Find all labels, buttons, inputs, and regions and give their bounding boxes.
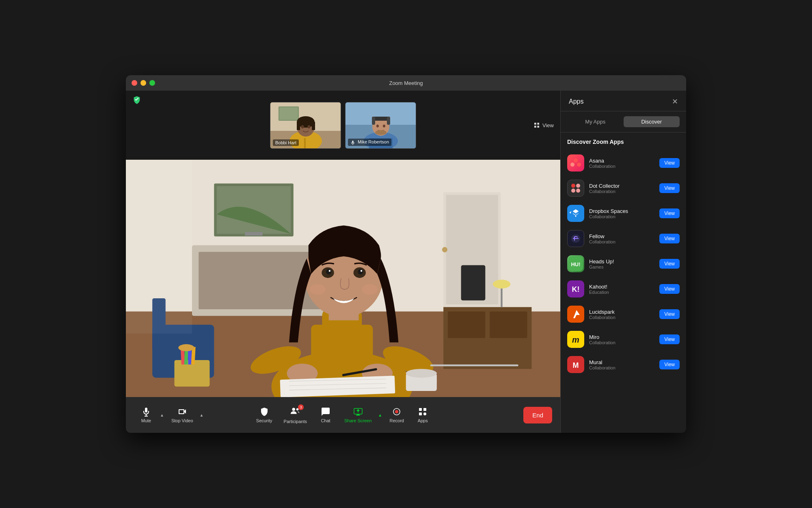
share-screen-label: Share Screen <box>344 418 371 423</box>
apps-button[interactable]: Apps <box>410 404 435 426</box>
svg-point-23 <box>375 130 387 135</box>
security-button[interactable]: Security <box>251 404 277 426</box>
apps-header: Apps ✕ <box>561 91 686 111</box>
svg-rect-44 <box>490 311 527 338</box>
dropbox-view-button[interactable]: View <box>659 208 680 218</box>
headsup-icon: HU! <box>567 255 584 272</box>
svg-point-73 <box>310 284 326 295</box>
svg-point-41 <box>442 247 447 252</box>
kahoot-category: Education <box>589 290 654 295</box>
svg-rect-8 <box>297 122 300 130</box>
lucidspark-view-button[interactable]: View <box>659 309 680 319</box>
svg-point-98 <box>577 163 581 167</box>
kahoot-view-button[interactable]: View <box>659 284 680 294</box>
svg-rect-89 <box>357 414 359 415</box>
svg-rect-93 <box>419 408 422 411</box>
titlebar: Zoom Meeting <box>126 75 686 91</box>
video-area: Bobbi Hart <box>126 91 560 433</box>
record-label: Record <box>389 418 404 423</box>
thumbnail-mike-robertson-label: Mike Robertson <box>348 139 391 145</box>
minimize-button[interactable] <box>140 80 146 86</box>
view-button[interactable]: View <box>533 122 554 128</box>
list-item: Dot Collector Collaboration View <box>561 176 686 201</box>
svg-point-102 <box>576 189 580 193</box>
svg-point-96 <box>574 158 578 163</box>
stop-video-label: Stop Video <box>171 418 193 423</box>
dot-collector-icon <box>567 180 584 197</box>
svg-point-101 <box>571 189 575 193</box>
share-screen-arrow[interactable]: ▲ <box>377 411 383 419</box>
asana-view-button[interactable]: View <box>659 158 680 168</box>
svg-point-56 <box>178 344 194 351</box>
top-bar: Bobbi Hart <box>126 91 560 160</box>
svg-point-70 <box>358 269 363 274</box>
zoom-window: Zoom Meeting <box>126 75 686 433</box>
svg-point-72 <box>361 270 362 271</box>
dropbox-icon <box>567 205 584 222</box>
fellow-icon <box>567 230 584 247</box>
fellow-view-button[interactable]: View <box>659 234 680 243</box>
lucidspark-name: Lucidspark <box>589 309 654 315</box>
participants-count: 3 <box>298 404 304 410</box>
miro-info: Miro Collaboration <box>589 334 654 345</box>
list-item: Lucidspark Collaboration View <box>561 302 686 327</box>
mute-arrow[interactable]: ▲ <box>159 411 165 419</box>
list-item: Dropbox Spaces Collaboration View <box>561 201 686 226</box>
window-title: Zoom Meeting <box>389 80 423 86</box>
fellow-name: Fellow <box>589 233 654 239</box>
apps-label: Apps <box>418 418 428 423</box>
maximize-button[interactable] <box>149 80 155 86</box>
toolbar-right: End <box>448 407 553 423</box>
headsup-name: Heads Up! <box>589 258 654 265</box>
mural-info: Mural Collaboration <box>589 359 654 370</box>
tab-discover[interactable]: Discover <box>624 116 680 127</box>
svg-rect-13 <box>304 138 306 149</box>
list-item: K! Kahoot! Education View <box>561 276 686 302</box>
chat-button[interactable]: Chat <box>313 404 338 426</box>
asana-icon <box>567 154 584 172</box>
stop-video-button[interactable]: Stop Video <box>166 404 198 426</box>
list-item: M Mural Collaboration View <box>561 352 686 377</box>
end-button[interactable]: End <box>523 407 552 423</box>
toolbar: Mute ▲ Stop Video ▲ <box>126 397 560 433</box>
thumbnail-bobbi-hart-label: Bobbi Hart <box>273 139 299 146</box>
discover-section: Discover Zoom Apps <box>561 132 686 149</box>
svg-point-71 <box>329 270 330 271</box>
svg-rect-20 <box>387 117 390 125</box>
lucidspark-category: Collaboration <box>589 315 654 320</box>
list-item: Asana Collaboration View <box>561 150 686 176</box>
dropbox-info: Dropbox Spaces Collaboration <box>589 208 654 219</box>
svg-point-92 <box>395 410 398 413</box>
svg-text:M: M <box>573 361 579 369</box>
apps-close-button[interactable]: ✕ <box>672 97 678 106</box>
svg-rect-4 <box>279 107 298 120</box>
share-screen-button[interactable]: Share Screen <box>339 404 376 426</box>
stop-video-arrow[interactable]: ▲ <box>199 411 205 419</box>
security-label: Security <box>256 418 272 423</box>
dot-collector-view-button[interactable]: View <box>659 183 680 193</box>
headsup-view-button[interactable]: View <box>659 259 680 269</box>
svg-point-97 <box>570 163 574 167</box>
svg-point-100 <box>576 184 580 188</box>
dropbox-name: Dropbox Spaces <box>589 208 654 214</box>
record-button[interactable]: Record <box>384 404 409 426</box>
asana-category: Collaboration <box>589 164 654 169</box>
svg-point-104 <box>575 216 577 217</box>
mural-view-button[interactable]: View <box>659 360 680 369</box>
miro-view-button[interactable]: View <box>659 334 680 344</box>
list-item: m Miro Collaboration View <box>561 327 686 352</box>
dropbox-category: Collaboration <box>589 214 654 219</box>
tab-my-apps[interactable]: My Apps <box>567 116 624 127</box>
svg-point-10 <box>301 125 304 128</box>
svg-rect-19 <box>372 117 375 125</box>
svg-rect-30 <box>537 126 539 128</box>
dot-collector-name: Dot Collector <box>589 183 654 189</box>
participants-button[interactable]: 3 Participants <box>279 403 312 427</box>
miro-name: Miro <box>589 334 654 340</box>
svg-point-99 <box>571 184 575 188</box>
toolbar-left: Mute ▲ Stop Video ▲ <box>134 404 239 426</box>
mute-button[interactable]: Mute <box>134 404 158 426</box>
close-button[interactable] <box>132 80 137 86</box>
thumbnail-mike-robertson: Mike Robertson <box>345 102 416 149</box>
svg-rect-43 <box>448 311 485 338</box>
